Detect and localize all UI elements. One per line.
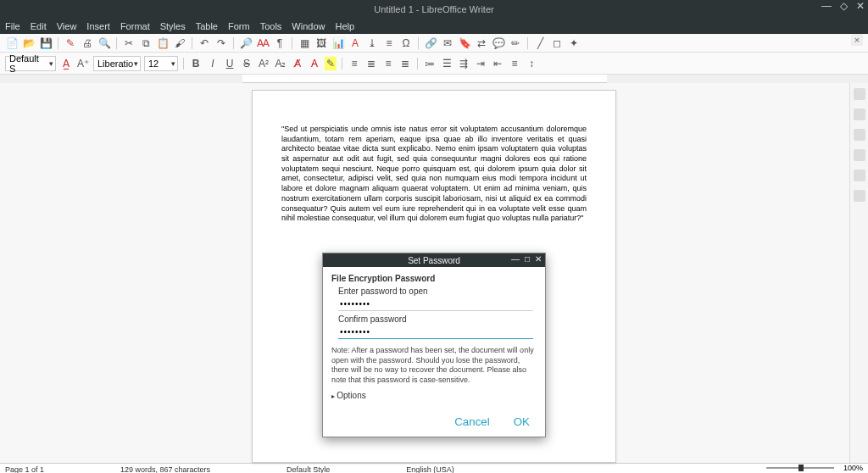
para-spacing-icon[interactable]: ↕: [525, 57, 538, 70]
clear-format-icon[interactable]: A̸: [291, 57, 304, 70]
superscript-icon[interactable]: A²: [257, 57, 270, 70]
sidebar-gallery-icon[interactable]: [854, 129, 865, 141]
ok-button[interactable]: OK: [514, 415, 530, 428]
dialog-title: Set Password: [408, 256, 460, 265]
italic-icon[interactable]: I: [206, 57, 220, 70]
image-icon[interactable]: 🖼: [314, 36, 328, 50]
menu-edit[interactable]: Edit: [31, 21, 47, 31]
decrease-indent-icon[interactable]: ⇤: [491, 57, 504, 70]
print-preview-icon[interactable]: 🔍: [97, 36, 111, 50]
zoom-slider[interactable]: [766, 464, 834, 472]
line-spacing-icon[interactable]: ≡: [508, 57, 521, 70]
align-right-icon[interactable]: ≡: [381, 57, 395, 70]
hyperlink-icon[interactable]: 🔗: [424, 36, 437, 50]
draw-icon[interactable]: ✦: [567, 36, 581, 50]
field-icon[interactable]: ≡: [382, 36, 396, 50]
align-left-icon[interactable]: ≡: [348, 57, 361, 70]
cut-icon[interactable]: ✂: [122, 36, 136, 50]
enter-password-input[interactable]: [338, 298, 533, 311]
paragraph-style-combo[interactable]: Default S: [5, 56, 56, 71]
textbox-icon[interactable]: A: [348, 36, 362, 50]
line-icon[interactable]: ╱: [533, 36, 547, 50]
dialog-section-header: File Encryption Password: [331, 274, 537, 283]
new-doc-icon[interactable]: 📄: [5, 36, 19, 50]
formatting-marks-icon[interactable]: ¶: [273, 36, 287, 50]
dialog-minimize-icon[interactable]: —: [511, 254, 520, 264]
sidebar-properties-icon[interactable]: [854, 88, 865, 100]
menu-window[interactable]: Window: [292, 21, 325, 31]
sidebar-page-icon[interactable]: [854, 170, 865, 181]
redo-icon[interactable]: ↷: [214, 36, 228, 50]
menu-bar: File Edit View Insert Format Styles Tabl…: [0, 19, 868, 34]
special-char-icon[interactable]: Ω: [399, 36, 413, 50]
font-size-combo[interactable]: 12: [144, 56, 178, 71]
menu-table[interactable]: Table: [196, 21, 218, 31]
zoom-percent[interactable]: 100%: [843, 464, 863, 472]
menu-help[interactable]: Help: [335, 21, 354, 31]
outline-icon[interactable]: ⇶: [457, 57, 470, 70]
strikethrough-icon[interactable]: S: [240, 57, 253, 70]
dialog-close-icon[interactable]: ✕: [535, 254, 542, 264]
cancel-button[interactable]: Cancel: [454, 415, 490, 428]
undo-icon[interactable]: ↶: [198, 36, 211, 50]
confirm-password-input[interactable]: [338, 326, 533, 339]
update-style-icon[interactable]: A̲: [59, 57, 73, 70]
dialog-note: Note: After a password has been set, the…: [331, 346, 537, 386]
sidebar-inspector-icon[interactable]: [854, 190, 865, 202]
font-color-icon[interactable]: A: [308, 57, 321, 70]
save-icon[interactable]: 💾: [39, 36, 53, 50]
bookmark-icon[interactable]: 🔖: [458, 36, 471, 50]
menu-tools[interactable]: Tools: [260, 21, 282, 31]
find-replace-icon[interactable]: 🔎: [239, 36, 253, 50]
menu-form[interactable]: Form: [228, 21, 250, 31]
document-close-icon[interactable]: ×: [851, 34, 863, 46]
bullet-list-icon[interactable]: ≔: [423, 57, 437, 70]
menu-styles[interactable]: Styles: [160, 21, 186, 31]
pagebreak-icon[interactable]: ⤓: [365, 36, 379, 50]
dialog-maximize-icon[interactable]: □: [525, 254, 530, 264]
subscript-icon[interactable]: A₂: [274, 57, 287, 70]
horizontal-ruler[interactable]: [242, 75, 607, 83]
export-pdf-icon[interactable]: ✎: [64, 36, 77, 50]
print-icon[interactable]: 🖨: [81, 36, 94, 50]
menu-insert[interactable]: Insert: [86, 21, 110, 31]
clone-format-icon[interactable]: 🖌: [173, 36, 186, 50]
bold-icon[interactable]: B: [189, 57, 203, 70]
menu-view[interactable]: View: [57, 21, 77, 31]
align-center-icon[interactable]: ≣: [364, 57, 378, 70]
dialog-titlebar[interactable]: Set Password — □ ✕: [323, 253, 545, 267]
sidebar-styles-icon[interactable]: [854, 109, 865, 120]
chart-icon[interactable]: 📊: [331, 36, 345, 50]
document-text: "Sed ut perspiciatis unde omnis iste nat…: [281, 125, 587, 222]
highlight-icon[interactable]: ✎: [325, 57, 337, 70]
paste-icon[interactable]: 📋: [156, 36, 170, 50]
confirm-password-label: Confirm password: [338, 314, 537, 324]
comment-icon[interactable]: 💬: [492, 36, 505, 50]
sidebar-navigator-icon[interactable]: [854, 149, 865, 161]
menu-file[interactable]: File: [5, 21, 20, 31]
table-icon[interactable]: ▦: [298, 36, 311, 50]
window-maximize-icon[interactable]: ◇: [840, 0, 848, 12]
font-name-combo[interactable]: Liberatio: [93, 56, 141, 71]
footnote-icon[interactable]: ✉: [441, 36, 454, 50]
number-list-icon[interactable]: ☰: [440, 57, 453, 70]
align-justify-icon[interactable]: ≣: [398, 57, 412, 70]
dialog-options-expander[interactable]: Options: [331, 391, 537, 400]
status-pages[interactable]: Page 1 of 1: [5, 465, 44, 474]
menu-format[interactable]: Format: [120, 21, 150, 31]
standard-toolbar: 📄 📂 💾 ✎ 🖨 🔍 ✂ ⧉ 📋 🖌 ↶ ↷ 🔎 Ꜳ ¶ ▦ 🖼 📊 A ⤓ …: [0, 34, 868, 53]
shapes-icon[interactable]: ◻: [550, 36, 564, 50]
cross-ref-icon[interactable]: ⇄: [475, 36, 488, 50]
window-close-icon[interactable]: ✕: [856, 0, 865, 12]
underline-icon[interactable]: U: [223, 57, 236, 70]
spellcheck-icon[interactable]: Ꜳ: [256, 36, 270, 50]
status-style[interactable]: Default Style: [287, 465, 330, 474]
copy-icon[interactable]: ⧉: [139, 36, 153, 50]
window-minimize-icon[interactable]: —: [821, 0, 832, 12]
increase-indent-icon[interactable]: ⇥: [474, 57, 487, 70]
status-wordcount[interactable]: 129 words, 867 characters: [120, 465, 210, 474]
new-style-icon[interactable]: A⁺: [76, 57, 90, 70]
open-icon[interactable]: 📂: [22, 36, 36, 50]
track-changes-icon[interactable]: ✏: [509, 36, 522, 50]
status-language[interactable]: English (USA): [406, 465, 454, 474]
